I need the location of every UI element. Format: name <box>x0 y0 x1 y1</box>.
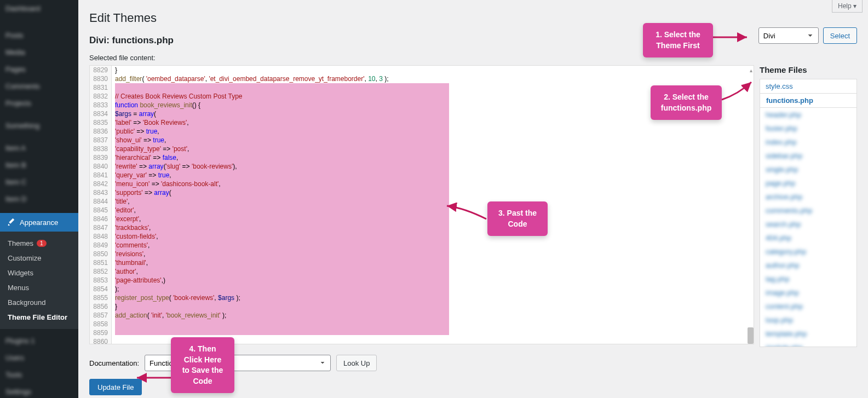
theme-select[interactable]: Divi <box>758 27 819 44</box>
sidebar-item-blurred[interactable]: Item B <box>0 157 78 174</box>
submenu-tfe-label: Theme File Editor <box>8 313 67 321</box>
sidebar-item-blurred[interactable]: Tools <box>0 366 78 383</box>
sidebar-appearance-label: Appearance <box>20 218 58 227</box>
code-line: 8857add_action( 'init', 'book_reviews_in… <box>90 311 754 320</box>
file-item-style[interactable]: style.css <box>760 79 856 93</box>
code-line: 8842'menu_icon' => 'dashicons-book-alt', <box>90 180 754 188</box>
sidebar-item-blurred[interactable]: Posts <box>0 27 78 44</box>
file-item-blurred[interactable]: 404.php <box>760 231 856 245</box>
arrow-4 <box>134 372 172 383</box>
admin-sidebar: Dashboard Posts Media Pages Comments Pro… <box>0 0 78 398</box>
theme-files-heading: Theme Files <box>760 65 857 74</box>
lookup-button[interactable]: Look Up <box>336 355 377 371</box>
callout-1: 1. Select the Theme First <box>643 23 713 57</box>
code-line: 8850'revisions', <box>90 250 754 258</box>
sidebar-item-blurred[interactable]: Settings <box>0 383 78 398</box>
file-item-blurred[interactable]: page.php <box>760 176 856 190</box>
sidebar-item-blurred[interactable]: Projects <box>0 95 78 112</box>
help-tab[interactable]: Help ▾ <box>832 0 863 13</box>
appearance-submenu: Themes 1 Customize Widgets Menus Backgro… <box>0 232 78 329</box>
sidebar-item-blurred[interactable]: Item D <box>0 191 78 207</box>
help-tab-label: Help ▾ <box>838 2 856 10</box>
submenu-customize-label: Customize <box>8 254 41 262</box>
file-item-blurred[interactable]: search.php <box>760 217 856 231</box>
code-line: 8839'hierarchical' => false, <box>90 153 754 162</box>
code-line: 8855register_post_type( 'book-reviews', … <box>90 293 754 302</box>
selected-file-label: Selected file content: <box>89 54 857 62</box>
code-line: 8859 <box>90 328 754 337</box>
themes-badge: 1 <box>37 240 47 247</box>
code-line: 8851'thumbnail', <box>90 258 754 267</box>
page-title: Edit Themes <box>89 11 857 25</box>
code-line: 8849'comments', <box>90 241 754 250</box>
sidebar-item-blurred[interactable]: Item C <box>0 174 78 191</box>
sidebar-item-blurred[interactable]: Comments <box>0 78 78 95</box>
submenu-widgets-label: Widgets <box>8 269 33 277</box>
file-item-blurred[interactable]: loop.php <box>760 313 856 327</box>
theme-files-list: style.css functions.php header.php foote… <box>760 79 857 347</box>
code-line: 8837'show_ui' => true, <box>90 136 754 145</box>
submenu-menus-label: Menus <box>8 284 29 292</box>
submenu-customize[interactable]: Customize <box>0 251 78 266</box>
code-line: 8838'capability_type' => 'post', <box>90 145 754 153</box>
code-line: 8836'public' => true, <box>90 127 754 136</box>
code-line: 8847'trackbacks', <box>90 223 754 232</box>
file-item-blurred[interactable]: archive.php <box>760 190 856 204</box>
submenu-theme-file-editor[interactable]: Theme File Editor <box>0 310 78 325</box>
file-item-blurred[interactable]: tag.php <box>760 272 856 286</box>
file-item-blurred[interactable]: category.php <box>760 245 856 258</box>
file-item-blurred[interactable]: module.php <box>760 341 856 347</box>
code-line: 8848'custom-fields', <box>90 232 754 241</box>
submenu-themes-label: Themes <box>8 239 33 247</box>
code-line: 8845'editor', <box>90 206 754 215</box>
file-item-blurred[interactable]: single.php <box>760 163 856 176</box>
code-line: 8840'rewrite' => array('slug' => 'book-r… <box>90 162 754 171</box>
file-item-blurred[interactable]: footer.php <box>760 122 856 135</box>
code-line: 8852'author', <box>90 267 754 276</box>
submenu-background[interactable]: Background <box>0 295 78 310</box>
file-item-blurred[interactable]: image.php <box>760 286 856 299</box>
submenu-themes[interactable]: Themes 1 <box>0 236 78 251</box>
file-item-blurred[interactable]: comments.php <box>760 204 856 217</box>
code-line: 8830add_filter( 'oembed_dataparse', 'et_… <box>90 74 754 83</box>
documentation-label: Documentation: <box>89 359 139 367</box>
sidebar-item-blurred[interactable]: Plugins 1 <box>0 332 78 349</box>
file-item-blurred[interactable]: content.php <box>760 299 856 313</box>
brush-icon <box>5 217 15 227</box>
theme-select-controls: Divi Select <box>758 27 857 44</box>
arrow-2 <box>722 78 756 105</box>
file-item-blurred[interactable]: index.php <box>760 135 856 149</box>
sidebar-item-blurred[interactable]: Media <box>0 44 78 61</box>
code-line: 8843'supports' => array( <box>90 188 754 197</box>
code-line: 8846'excerpt', <box>90 215 754 223</box>
sidebar-item-blurred[interactable]: Something <box>0 117 78 134</box>
code-line: 8844'title', <box>90 197 754 206</box>
file-item-blurred[interactable]: header.php <box>760 108 856 122</box>
code-line: 8841'query_var' => true, <box>90 171 754 180</box>
callout-2: 2. Select the functions.php <box>651 85 722 120</box>
sidebar-item-blurred[interactable]: Item A <box>0 140 78 157</box>
code-line: 8856} <box>90 302 754 311</box>
file-item-blurred[interactable]: sidebar.php <box>760 149 856 163</box>
file-item-blurred[interactable]: author.php <box>760 258 856 272</box>
theme-files-panel: Theme Files style.css functions.php head… <box>760 65 857 347</box>
sidebar-item-appearance[interactable]: Appearance <box>0 213 78 232</box>
callout-4: 4. Then Click Here to Save the Code <box>171 337 234 393</box>
callout-3: 3. Past the Code <box>487 201 548 236</box>
sidebar-item-blurred[interactable]: Pages <box>0 61 78 78</box>
file-item-functions[interactable]: functions.php <box>760 93 856 108</box>
submenu-menus[interactable]: Menus <box>0 280 78 295</box>
code-line: 8854); <box>90 285 754 293</box>
file-item-blurred[interactable]: template.php <box>760 327 856 341</box>
arrow-1 <box>713 32 751 43</box>
sidebar-item-blurred[interactable]: Users <box>0 349 78 366</box>
code-line: 8858 <box>90 320 754 328</box>
select-button[interactable]: Select <box>823 27 857 44</box>
submenu-background-label: Background <box>8 298 45 307</box>
code-line: 8853'page-attributes',) <box>90 276 754 285</box>
submenu-widgets[interactable]: Widgets <box>0 266 78 280</box>
arrow-3 <box>442 203 487 224</box>
code-line: 8829} <box>90 66 754 74</box>
sidebar-item-blurred[interactable]: Dashboard <box>0 0 78 17</box>
